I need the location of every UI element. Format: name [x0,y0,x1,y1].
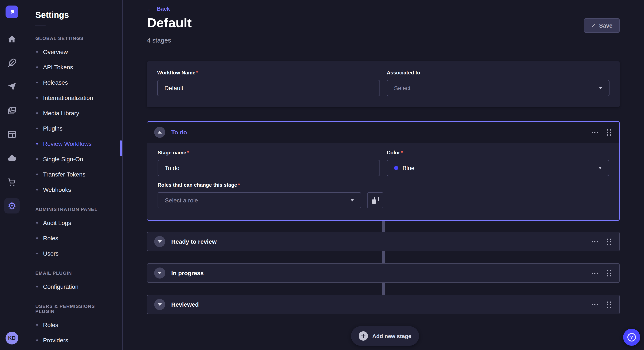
feather-icon[interactable] [4,55,20,71]
section-label-users-permissions-plugin: USERS & PERMISSIONS PLUGIN [35,304,111,314]
sidebar-item-review-workflows[interactable]: Review Workflows [24,136,122,151]
bullet-icon [36,189,38,190]
stage-row-reviewed[interactable]: Reviewed [147,295,620,314]
bullet-icon [36,82,38,83]
sidebar-item-audit-logs[interactable]: Audit Logs [24,215,122,230]
sidebar-item-single-sign-on[interactable]: Single Sign-On [24,151,122,167]
media-library-icon[interactable] [4,103,20,118]
sidebar-item-api-tokens[interactable]: API Tokens [24,59,122,75]
back-arrow-icon: ← [147,5,153,12]
drag-handle-icon[interactable] [606,237,612,246]
associated-to-placeholder: Select [394,85,410,91]
user-avatar[interactable]: KD [6,332,18,345]
subnav-scrollbar-thumb[interactable] [120,140,122,156]
page-subtitle: 4 stages [147,37,171,44]
sidebar-item-admin-roles[interactable]: Roles [24,230,122,246]
more-options-icon[interactable] [590,271,600,275]
expand-toggle-button[interactable] [154,236,165,247]
drag-handle-icon[interactable] [606,128,612,137]
help-button[interactable]: ? [623,329,640,346]
bullet-icon [36,158,38,160]
stage-row-in-progress[interactable]: In progress [147,263,620,283]
home-icon[interactable] [4,31,20,47]
bullet-icon [36,128,38,129]
gear-glyph: ⚙ [8,201,16,211]
bullet-icon [36,66,38,68]
drag-handle-icon[interactable] [606,269,612,278]
bullet-icon [36,253,38,254]
logo-cell [0,0,24,24]
more-options-icon[interactable] [590,302,600,307]
section-label-email-plugin: EMAIL PLUGIN [35,270,111,276]
sidebar-item-email-configuration[interactable]: Configuration [24,279,122,294]
save-button[interactable]: ✓ Save [584,18,620,33]
page-title: Default [147,15,192,31]
subnav-divider [35,25,46,26]
sidebar-item-overview[interactable]: Overview [24,44,122,59]
workflow-name-label: Workflow Name* [157,70,380,76]
roles-select[interactable]: Select a role [158,192,361,208]
bullet-icon [36,97,38,99]
color-label: Color* [387,150,609,156]
required-asterisk: * [187,150,189,156]
cloud-icon[interactable] [4,151,20,166]
associated-to-select[interactable]: Select [387,80,610,96]
bullet-icon [36,339,38,341]
expand-toggle-button[interactable] [154,299,165,310]
save-label: Save [599,22,612,29]
workflow-meta-card: Workflow Name* Associated to Select [147,61,620,107]
color-select[interactable]: Blue [387,160,609,176]
rail-footer: KD [0,326,24,350]
stage-body-to-do: Stage name* Color* Blue [147,143,619,208]
marketplace-cart-icon[interactable] [4,174,20,190]
stage-row-ready-to-review[interactable]: Ready to review [147,232,620,251]
section-label-global-settings: GLOBAL SETTINGS [35,36,111,41]
stage-connector-line [382,251,384,264]
section-label-administration-panel: ADMINISTRATION PANEL [35,207,111,212]
stage-title: To do [171,129,187,136]
roles-placeholder: Select a role [165,197,198,204]
check-icon: ✓ [591,22,596,29]
chevron-down-icon [599,87,602,89]
add-new-stage-button[interactable]: Add new stage [351,326,419,346]
back-link[interactable]: ← Back [147,5,170,12]
expand-toggle-button[interactable] [154,268,165,279]
paper-plane-icon[interactable] [4,79,20,94]
sidebar-item-media-library[interactable]: Media Library [24,105,122,121]
sidebar-item-up-providers[interactable]: Providers [24,333,122,348]
sidebar-item-releases[interactable]: Releases [24,75,122,90]
duplicate-stage-button[interactable] [367,192,383,208]
sidebar-item-internationalization[interactable]: Internationalization [24,90,122,105]
color-field-group: Color* Blue [387,150,609,176]
settings-gear-icon[interactable]: ⚙ [4,198,20,213]
plus-icon [359,331,368,341]
stage-name-label: Stage name* [158,150,380,156]
sidebar-item-plugins[interactable]: Plugins [24,121,122,136]
sidebar-item-transfer-tokens[interactable]: Transfer Tokens [24,167,122,182]
sidebar-item-admin-users[interactable]: Users [24,246,122,261]
more-options-icon[interactable] [590,130,600,135]
stage-connector-line [382,221,384,232]
workflow-name-input[interactable] [157,80,380,96]
chevron-down-icon [158,303,162,306]
bullet-icon [36,324,38,326]
sidebar-item-webhooks[interactable]: Webhooks [24,182,122,197]
associated-to-label: Associated to [387,70,610,76]
viewport: ⚙ KD Settings GLOBAL SETTINGS Overview A… [0,0,644,350]
stage-name-input[interactable] [158,160,380,176]
collapse-toggle-button[interactable] [154,127,165,138]
required-asterisk: * [196,70,198,76]
bullet-icon [36,174,38,175]
roles-label: Roles that can change this stage* [158,182,609,188]
strapi-mark [8,8,16,16]
workflow-name-field-group: Workflow Name* [157,70,380,96]
stage-header-to-do[interactable]: To do [147,122,619,143]
blue-color-dot-icon [394,166,398,170]
content-manager-icon[interactable] [4,127,20,142]
stage-connector-line [382,283,384,295]
sidebar-item-up-roles[interactable]: Roles [24,317,122,333]
bullet-icon [36,112,38,114]
drag-handle-icon[interactable] [606,300,612,309]
more-options-icon[interactable] [590,239,600,244]
rail-icon-list: ⚙ [0,24,24,326]
